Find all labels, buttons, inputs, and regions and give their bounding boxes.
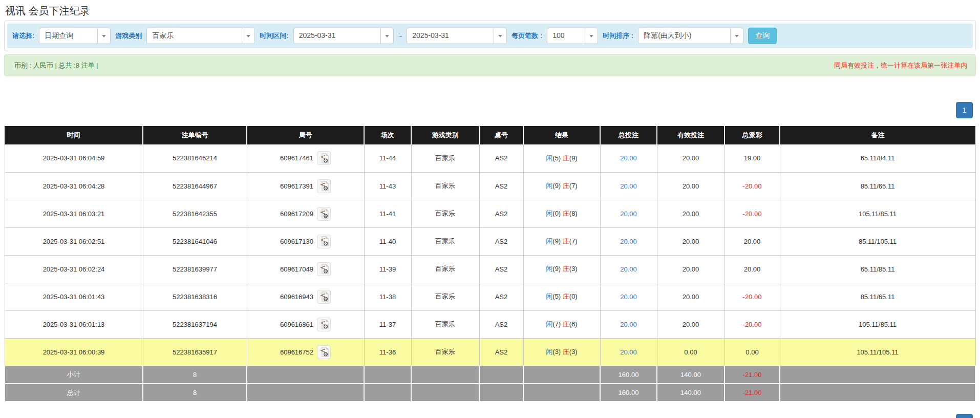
round-number: 609617130 [280, 238, 313, 245]
total-bet-link[interactable]: 20.00 [620, 265, 637, 273]
date-to-select[interactable]: 2025-03-31 [407, 28, 507, 44]
column-header: 总投注 [600, 126, 657, 144]
cell-game-type: 百家乐 [411, 144, 479, 172]
column-header: 局号 [247, 126, 364, 144]
pagination-top: 1 [4, 102, 976, 118]
cell-total-bet: 20.00 [600, 283, 657, 310]
time-sort-value: 降冪(由大到小) [638, 28, 730, 44]
video-replay-icon[interactable] [317, 179, 331, 193]
result-player: 闲 [546, 320, 552, 328]
cell-result: 闲(0) 庄(8) [523, 200, 600, 227]
game-type-select[interactable]: 百家乐 [146, 28, 255, 44]
cell-remark: 65.11/84.11 [780, 144, 975, 172]
page-button-1[interactable]: 1 [956, 414, 973, 418]
subtotal-row: 小计8160.00140.00-21.00 [5, 366, 975, 384]
cell-time: 2025-03-31 06:02:51 [5, 227, 143, 255]
round-number: 609617461 [280, 154, 313, 162]
cell-time: 2025-03-31 06:04:28 [5, 172, 143, 200]
table-row: 2025-03-31 06:01:43522381638316609616943… [5, 283, 975, 310]
filter-panel: 请选择: 日期查询 游戏类别 百家乐 时间区间: 2025-03-31 ~ 20… [4, 20, 976, 51]
cell-valid-bet: 20.00 [657, 255, 725, 283]
cell-round-no: 609617049 [247, 255, 364, 283]
cell-result: 闲(5) 庄(0) [523, 283, 600, 310]
sum-count: 8 [143, 384, 247, 402]
cell-table-no: AS2 [479, 172, 523, 200]
query-type-value: 日期查询 [39, 28, 97, 44]
video-replay-icon[interactable] [317, 262, 331, 276]
result-player: 闲 [546, 292, 552, 300]
cell-bet-no: 522381644967 [143, 172, 247, 200]
cell-valid-bet: 20.00 [657, 283, 725, 310]
video-replay-icon[interactable] [317, 235, 331, 248]
page-size-select[interactable]: 100 [547, 28, 598, 44]
column-header: 结果 [523, 126, 600, 144]
cell-bet-no: 522381639977 [143, 255, 247, 283]
time-sort-select[interactable]: 降冪(由大到小) [638, 28, 743, 44]
cell-game-type: 百家乐 [411, 200, 479, 227]
total-bet-link[interactable]: 20.00 [620, 238, 637, 245]
cell-remark: 105.11/85.11 [780, 200, 975, 227]
cell-game-type: 百家乐 [411, 283, 479, 310]
cell-game-type: 百家乐 [411, 172, 479, 200]
table-row: 2025-03-31 06:04:28522381644967609617391… [5, 172, 975, 200]
cell-time: 2025-03-31 06:01:13 [5, 310, 143, 338]
video-replay-icon[interactable] [317, 345, 331, 359]
result-banker: 庄 [563, 292, 569, 300]
cell-table-no: AS2 [479, 338, 523, 366]
cell-remark: 105.11/85.11 [780, 310, 975, 338]
date-from-select[interactable]: 2025-03-31 [293, 28, 394, 44]
records-header: 时间注单编号局号场次游戏类别桌号结果总投注有效投注总派彩备注 [5, 126, 975, 144]
video-replay-icon[interactable] [317, 151, 331, 165]
video-replay-icon[interactable] [317, 318, 331, 331]
cell-result: 闲(9) 庄(7) [523, 172, 600, 200]
query-type-select[interactable]: 日期查询 [39, 28, 111, 44]
caret-down-icon [494, 28, 506, 44]
same-round-notice: 同局有效投注，统一计算在该局第一张注单内 [834, 61, 967, 70]
total-bet-link[interactable]: 20.00 [620, 321, 637, 328]
date-from-value: 2025-03-31 [294, 28, 380, 44]
cell-bet-no: 522381646214 [143, 144, 247, 172]
cell-total-bet: 20.00 [600, 200, 657, 227]
result-banker: 庄 [563, 154, 569, 162]
sum-payout: -21.00 [725, 384, 780, 402]
result-player: 闲 [546, 265, 552, 273]
cell-table-no: AS2 [479, 227, 523, 255]
total-bet-link[interactable]: 20.00 [620, 210, 637, 218]
caret-down-icon [380, 28, 393, 44]
total-bet-link[interactable]: 20.00 [620, 293, 637, 301]
query-type-label: 请选择: [12, 31, 34, 40]
cell-valid-bet: 20.00 [657, 310, 725, 338]
round-number: 609616861 [280, 321, 313, 328]
cell-remark: 105.11/105.11 [780, 338, 975, 366]
cell-payout: 0.00 [725, 338, 780, 366]
column-header: 游戏类别 [411, 126, 479, 144]
page: 视讯 会员下注纪录 请选择: 日期查询 游戏类别 百家乐 时间区间: 2025-… [0, 4, 980, 418]
sum-valid-bet: 140.00 [657, 384, 725, 402]
cell-session: 11-40 [364, 227, 411, 255]
sum-payout: -21.00 [725, 366, 780, 384]
cell-valid-bet: 20.00 [657, 227, 725, 255]
cell-bet-no: 522381635917 [143, 338, 247, 366]
game-type-value: 百家乐 [147, 28, 242, 44]
cell-result: 闲(9) 庄(3) [523, 255, 600, 283]
table-row: 2025-03-31 06:00:39522381635917609616752… [5, 338, 975, 366]
result-banker: 庄 [563, 348, 569, 356]
video-replay-icon[interactable] [317, 207, 331, 221]
cell-session: 11-37 [364, 310, 411, 338]
cell-session: 11-41 [364, 200, 411, 227]
cell-total-bet: 20.00 [600, 227, 657, 255]
total-bet-link[interactable]: 20.00 [620, 348, 637, 356]
cell-valid-bet: 0.00 [657, 338, 725, 366]
cell-session: 11-43 [364, 172, 411, 200]
total-bet-link[interactable]: 20.00 [620, 182, 637, 190]
result-player: 闲 [546, 182, 552, 190]
cell-table-no: AS2 [479, 144, 523, 172]
page-button-1[interactable]: 1 [956, 102, 973, 118]
total-bet-link[interactable]: 20.00 [620, 154, 637, 162]
date-to-value: 2025-03-31 [407, 28, 494, 44]
video-replay-icon[interactable] [317, 290, 331, 304]
column-header: 有效投注 [657, 126, 725, 144]
cell-result: 闲(7) 庄(6) [523, 310, 600, 338]
column-header: 总派彩 [725, 126, 780, 144]
search-button[interactable]: 查询 [748, 28, 777, 44]
